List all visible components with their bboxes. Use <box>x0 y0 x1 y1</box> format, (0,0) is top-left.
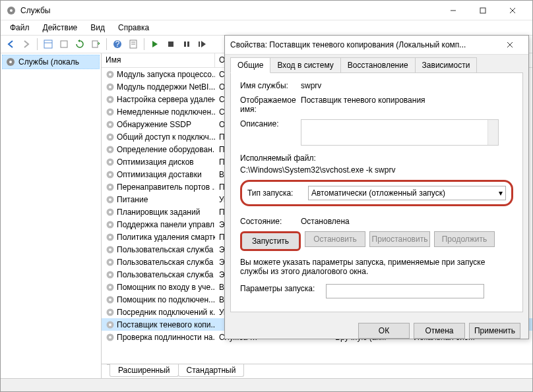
svg-point-60 <box>109 311 111 314</box>
svg-point-1 <box>10 9 13 12</box>
description-box[interactable] <box>301 119 499 146</box>
menu-view[interactable]: Вид <box>84 22 111 34</box>
svg-point-46 <box>109 223 111 226</box>
tree-root-services[interactable]: Службы (локаль <box>2 55 100 69</box>
svg-point-44 <box>109 211 111 213</box>
gear-icon <box>106 170 115 179</box>
cancel-button[interactable]: Отмена <box>414 323 465 339</box>
gear-icon <box>106 270 115 279</box>
scrollbar[interactable] <box>487 120 498 145</box>
svg-point-26 <box>109 98 111 101</box>
svg-point-24 <box>109 86 111 88</box>
label-service-name: Имя службы: <box>240 81 301 90</box>
tab-dependencies[interactable]: Зависимости <box>415 57 478 73</box>
tab-standard[interactable]: Стандартный <box>178 364 245 377</box>
service-name: Помощник по подключен... <box>117 295 215 304</box>
tab-extended[interactable]: Расширенный <box>110 364 179 377</box>
svg-point-62 <box>109 323 111 326</box>
back-button[interactable] <box>3 37 18 51</box>
startup-type-select[interactable]: Автоматически (отложенный запуск) ▾ <box>308 186 506 200</box>
gear-icon <box>106 182 115 192</box>
service-name: Пользовательская служба ... <box>117 258 215 267</box>
start-params-input[interactable] <box>326 284 484 298</box>
help-icon[interactable]: ? <box>110 37 125 51</box>
svg-rect-6 <box>44 40 52 48</box>
minimize-button[interactable] <box>438 1 468 20</box>
gear-icon <box>106 145 115 154</box>
tab-logon[interactable]: Вход в систему <box>270 57 340 73</box>
value-exe-path: C:\Windows\System32\svchost.exe -k swprv <box>240 165 395 175</box>
startup-selected: Автоматически (отложенный запуск) <box>311 188 445 198</box>
value-display-name: Поставщик теневого копирования <box>301 96 513 105</box>
service-name: Планировщик заданий <box>117 208 200 217</box>
gear-icon <box>106 245 115 254</box>
properties-icon[interactable] <box>57 37 71 51</box>
menu-help[interactable]: Справка <box>111 22 156 34</box>
view-tabs: Расширенный Стандартный <box>102 364 532 378</box>
svg-rect-18 <box>199 42 200 47</box>
forward-button[interactable] <box>19 37 34 51</box>
svg-point-50 <box>109 248 111 251</box>
dialog-title: Свойства: Поставщик теневого копирования… <box>230 40 497 49</box>
service-name: Питание <box>117 195 148 204</box>
menubar: Файл Действие Вид Справка <box>1 20 532 35</box>
restart-icon[interactable] <box>195 37 210 51</box>
svg-point-30 <box>109 123 111 126</box>
hint-text: Вы можете указать параметры запуска, при… <box>240 258 513 276</box>
service-name: Определение оборудован... <box>117 145 215 154</box>
stop-button[interactable]: Остановить <box>305 231 365 247</box>
export-icon[interactable] <box>88 37 103 51</box>
col-name[interactable]: Имя <box>102 53 215 67</box>
service-name: Модуль запуска процессо... <box>117 70 215 79</box>
pause-icon[interactable] <box>179 37 194 51</box>
label-startup-type: Тип запуска: <box>247 188 308 198</box>
resume-button[interactable]: Продолжить <box>434 231 495 247</box>
refresh-icon[interactable] <box>73 37 87 51</box>
label-display-name: Отображаемое имя: <box>240 96 301 114</box>
svg-point-48 <box>109 236 111 238</box>
label-start-params: Параметры запуска: <box>240 284 326 293</box>
svg-rect-8 <box>61 41 67 47</box>
svg-point-36 <box>109 161 111 163</box>
maximize-button[interactable] <box>468 1 497 20</box>
tree-panel: Службы (локаль <box>1 53 102 378</box>
gear-icon <box>106 258 115 267</box>
svg-rect-15 <box>168 42 173 47</box>
svg-rect-3 <box>480 8 486 13</box>
gear-icon <box>106 95 115 104</box>
menu-action[interactable]: Действие <box>36 22 84 34</box>
close-button[interactable] <box>497 1 527 20</box>
properties-dialog: Свойства: Поставщик теневого копирования… <box>224 35 529 339</box>
start-button[interactable]: Запустить <box>240 231 301 251</box>
apply-button[interactable]: Применить <box>469 323 520 339</box>
tab-general[interactable]: Общие <box>230 57 270 73</box>
dialog-close-button[interactable] <box>497 36 523 54</box>
service-name: Общий доступ к подключ... <box>117 132 215 142</box>
service-name: Обнаружение SSDP <box>117 120 191 129</box>
dialog-body: Имя службы: swprv Отображаемое имя: Пост… <box>230 72 523 312</box>
dialog-footer: ОК Отмена Применить <box>225 318 528 344</box>
gear-icon <box>106 220 115 229</box>
svg-point-40 <box>109 186 111 188</box>
svg-point-42 <box>109 198 111 201</box>
ok-button[interactable]: ОК <box>358 323 410 339</box>
properties2-icon[interactable] <box>126 37 141 51</box>
gear-icon <box>106 283 115 292</box>
services-tree-icon <box>5 57 16 67</box>
svg-rect-16 <box>184 42 186 47</box>
svg-point-32 <box>109 136 111 138</box>
service-name: Пользовательская служба ... <box>117 270 215 279</box>
start-icon[interactable] <box>148 37 162 51</box>
pause-button[interactable]: Приостановить <box>369 231 430 247</box>
dialog-titlebar: Свойства: Поставщик теневого копирования… <box>225 36 528 55</box>
details-icon[interactable] <box>41 37 55 51</box>
tab-recovery[interactable]: Восстановление <box>340 57 416 73</box>
svg-point-54 <box>109 273 111 276</box>
menu-file[interactable]: Файл <box>3 22 36 34</box>
gear-icon <box>106 295 115 304</box>
stop-icon[interactable] <box>164 37 178 51</box>
svg-point-20 <box>9 61 12 63</box>
gear-icon <box>106 107 115 117</box>
svg-text:?: ? <box>115 40 120 49</box>
service-name: Немедленные подключен... <box>117 107 215 117</box>
